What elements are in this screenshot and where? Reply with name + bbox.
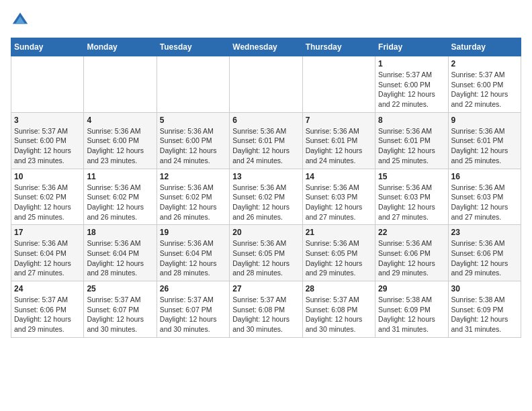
day-number: 17 (14, 228, 81, 237)
day-of-week-header: Monday (84, 38, 157, 56)
logo (11, 11, 32, 30)
calendar-day-cell: 28Sunrise: 5:37 AM Sunset: 6:08 PM Dayli… (302, 281, 375, 338)
calendar-day-cell (11, 56, 84, 113)
calendar-day-cell (230, 56, 302, 113)
day-number: 5 (160, 116, 226, 125)
day-of-week-header: Friday (375, 38, 448, 56)
day-number: 27 (232, 284, 299, 293)
calendar-day-cell: 17Sunrise: 5:36 AM Sunset: 6:04 PM Dayli… (11, 225, 84, 281)
day-info: Sunrise: 5:36 AM Sunset: 6:01 PM Dayligh… (232, 126, 299, 166)
day-info: Sunrise: 5:36 AM Sunset: 6:02 PM Dayligh… (87, 183, 153, 222)
day-info: Sunrise: 5:37 AM Sunset: 6:08 PM Dayligh… (306, 295, 372, 334)
calendar-table: SundayMondayTuesdayWednesdayThursdayFrid… (11, 38, 521, 338)
calendar-day-cell: 9Sunrise: 5:36 AM Sunset: 6:01 PM Daylig… (448, 112, 521, 169)
day-info: Sunrise: 5:36 AM Sunset: 6:01 PM Dayligh… (306, 126, 372, 166)
calendar-day-cell: 18Sunrise: 5:36 AM Sunset: 6:04 PM Dayli… (84, 225, 157, 281)
page-header (11, 11, 521, 30)
calendar-day-cell: 24Sunrise: 5:37 AM Sunset: 6:06 PM Dayli… (11, 281, 84, 338)
day-number: 28 (306, 284, 372, 293)
day-of-week-header: Sunday (11, 38, 84, 56)
day-number: 26 (160, 284, 226, 293)
day-number: 9 (451, 116, 518, 125)
day-info: Sunrise: 5:37 AM Sunset: 6:00 PM Dayligh… (378, 70, 445, 109)
calendar-day-cell: 21Sunrise: 5:36 AM Sunset: 6:05 PM Dayli… (302, 225, 375, 281)
day-info: Sunrise: 5:37 AM Sunset: 6:00 PM Dayligh… (14, 126, 81, 166)
calendar-week-row: 10Sunrise: 5:36 AM Sunset: 6:02 PM Dayli… (11, 169, 521, 225)
day-info: Sunrise: 5:38 AM Sunset: 6:09 PM Dayligh… (378, 295, 445, 334)
calendar-week-row: 3Sunrise: 5:37 AM Sunset: 6:00 PM Daylig… (11, 112, 521, 169)
day-info: Sunrise: 5:36 AM Sunset: 6:05 PM Dayligh… (232, 238, 299, 278)
day-number: 20 (232, 228, 299, 237)
day-number: 1 (378, 59, 445, 68)
day-info: Sunrise: 5:36 AM Sunset: 6:01 PM Dayligh… (378, 126, 445, 166)
day-number: 15 (378, 172, 445, 181)
day-number: 29 (378, 284, 445, 293)
calendar-day-cell: 15Sunrise: 5:36 AM Sunset: 6:03 PM Dayli… (375, 169, 448, 225)
day-number: 18 (87, 228, 153, 237)
calendar-day-cell: 1Sunrise: 5:37 AM Sunset: 6:00 PM Daylig… (375, 56, 448, 113)
day-info: Sunrise: 5:36 AM Sunset: 6:03 PM Dayligh… (378, 183, 445, 222)
day-info: Sunrise: 5:36 AM Sunset: 6:02 PM Dayligh… (14, 183, 81, 222)
calendar-day-cell: 27Sunrise: 5:37 AM Sunset: 6:08 PM Dayli… (230, 281, 302, 338)
day-info: Sunrise: 5:36 AM Sunset: 6:04 PM Dayligh… (160, 238, 226, 278)
day-number: 23 (451, 228, 518, 237)
day-number: 10 (14, 172, 81, 181)
day-info: Sunrise: 5:36 AM Sunset: 6:02 PM Dayligh… (232, 183, 299, 222)
day-number: 21 (306, 228, 372, 237)
day-number: 22 (378, 228, 445, 237)
calendar-day-cell: 6Sunrise: 5:36 AM Sunset: 6:01 PM Daylig… (230, 112, 302, 169)
calendar-day-cell (157, 56, 229, 113)
day-number: 2 (451, 59, 518, 68)
day-info: Sunrise: 5:36 AM Sunset: 6:04 PM Dayligh… (87, 238, 153, 278)
day-info: Sunrise: 5:36 AM Sunset: 6:03 PM Dayligh… (306, 183, 372, 222)
calendar-day-cell: 8Sunrise: 5:36 AM Sunset: 6:01 PM Daylig… (375, 112, 448, 169)
day-number: 24 (14, 284, 81, 293)
day-number: 4 (87, 116, 153, 125)
calendar-day-cell (302, 56, 375, 113)
calendar-header-row: SundayMondayTuesdayWednesdayThursdayFrid… (11, 38, 521, 56)
day-number: 16 (451, 172, 518, 181)
calendar-week-row: 24Sunrise: 5:37 AM Sunset: 6:06 PM Dayli… (11, 281, 521, 338)
calendar-day-cell: 11Sunrise: 5:36 AM Sunset: 6:02 PM Dayli… (84, 169, 157, 225)
day-number: 25 (87, 284, 153, 293)
calendar-day-cell: 22Sunrise: 5:36 AM Sunset: 6:06 PM Dayli… (375, 225, 448, 281)
calendar-week-row: 17Sunrise: 5:36 AM Sunset: 6:04 PM Dayli… (11, 225, 521, 281)
day-info: Sunrise: 5:37 AM Sunset: 6:08 PM Dayligh… (232, 295, 299, 334)
day-info: Sunrise: 5:36 AM Sunset: 6:00 PM Dayligh… (160, 126, 226, 166)
calendar-day-cell: 29Sunrise: 5:38 AM Sunset: 6:09 PM Dayli… (375, 281, 448, 338)
calendar-day-cell: 25Sunrise: 5:37 AM Sunset: 6:07 PM Dayli… (84, 281, 157, 338)
calendar-day-cell: 7Sunrise: 5:36 AM Sunset: 6:01 PM Daylig… (302, 112, 375, 169)
calendar-day-cell: 23Sunrise: 5:36 AM Sunset: 6:06 PM Dayli… (448, 225, 521, 281)
day-number: 11 (87, 172, 153, 181)
day-number: 30 (451, 284, 518, 293)
calendar-day-cell: 4Sunrise: 5:36 AM Sunset: 6:00 PM Daylig… (84, 112, 157, 169)
calendar-week-row: 1Sunrise: 5:37 AM Sunset: 6:00 PM Daylig… (11, 56, 521, 113)
calendar-day-cell: 13Sunrise: 5:36 AM Sunset: 6:02 PM Dayli… (230, 169, 302, 225)
day-of-week-header: Saturday (448, 38, 521, 56)
day-info: Sunrise: 5:37 AM Sunset: 6:00 PM Dayligh… (451, 70, 518, 109)
day-info: Sunrise: 5:37 AM Sunset: 6:06 PM Dayligh… (14, 295, 81, 334)
day-info: Sunrise: 5:36 AM Sunset: 6:05 PM Dayligh… (306, 238, 372, 278)
day-number: 12 (160, 172, 226, 181)
day-info: Sunrise: 5:37 AM Sunset: 6:07 PM Dayligh… (160, 295, 226, 334)
day-number: 8 (378, 116, 445, 125)
day-of-week-header: Tuesday (157, 38, 229, 56)
day-number: 3 (14, 116, 81, 125)
day-info: Sunrise: 5:37 AM Sunset: 6:07 PM Dayligh… (87, 295, 153, 334)
day-info: Sunrise: 5:36 AM Sunset: 6:06 PM Dayligh… (451, 238, 518, 278)
day-info: Sunrise: 5:36 AM Sunset: 6:03 PM Dayligh… (451, 183, 518, 222)
day-info: Sunrise: 5:36 AM Sunset: 6:02 PM Dayligh… (160, 183, 226, 222)
calendar-day-cell: 20Sunrise: 5:36 AM Sunset: 6:05 PM Dayli… (230, 225, 302, 281)
calendar-day-cell: 19Sunrise: 5:36 AM Sunset: 6:04 PM Dayli… (157, 225, 229, 281)
day-info: Sunrise: 5:38 AM Sunset: 6:09 PM Dayligh… (451, 295, 518, 334)
day-number: 14 (306, 172, 372, 181)
calendar-day-cell: 14Sunrise: 5:36 AM Sunset: 6:03 PM Dayli… (302, 169, 375, 225)
day-of-week-header: Wednesday (230, 38, 302, 56)
day-of-week-header: Thursday (302, 38, 375, 56)
logo-icon (11, 11, 30, 30)
calendar-day-cell: 3Sunrise: 5:37 AM Sunset: 6:00 PM Daylig… (11, 112, 84, 169)
calendar-day-cell: 5Sunrise: 5:36 AM Sunset: 6:00 PM Daylig… (157, 112, 229, 169)
day-number: 6 (232, 116, 299, 125)
day-number: 7 (306, 116, 372, 125)
day-number: 19 (160, 228, 226, 237)
